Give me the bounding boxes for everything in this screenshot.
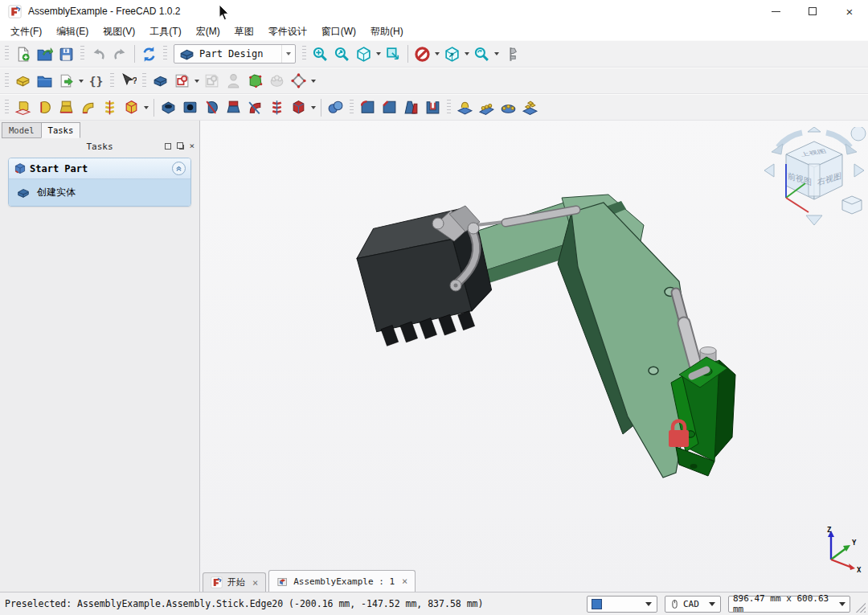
menu-item-7[interactable]: 窗口(W): [314, 23, 363, 40]
menu-item-5[interactable]: 草图: [227, 23, 261, 40]
model-bucket[interactable]: [343, 195, 510, 359]
expression-button[interactable]: {}: [85, 70, 107, 92]
assembly-doc-icon: [276, 576, 289, 588]
polar-pattern-button[interactable]: [497, 96, 519, 118]
collapse-section-button[interactable]: [172, 162, 186, 175]
toolbar-grip[interactable]: [350, 100, 354, 116]
new-file-button[interactable]: [12, 43, 34, 65]
dropdown-arrow-icon[interactable]: [193, 70, 201, 92]
additive-primitive-button[interactable]: [121, 96, 142, 118]
additive-loft-button[interactable]: [55, 96, 77, 118]
dropdown-arrow-icon[interactable]: [493, 43, 501, 65]
toolbar-grip[interactable]: [5, 46, 9, 62]
undo-button[interactable]: [88, 43, 109, 65]
workbench-selector[interactable]: Part Design: [174, 44, 296, 64]
close-button[interactable]: ×: [831, 0, 868, 23]
dock-close-icon[interactable]: ×: [189, 143, 194, 150]
group-button[interactable]: [34, 70, 55, 92]
thickness-button[interactable]: [422, 96, 444, 118]
dropdown-arrow-icon[interactable]: [142, 96, 150, 118]
map-sketch-button[interactable]: [244, 70, 266, 92]
subtractive-loft-button[interactable]: [223, 96, 244, 118]
navigation-cube[interactable]: 上视图 前视图 右视图: [762, 127, 866, 228]
zoom-tool-button[interactable]: [471, 43, 493, 65]
export-button[interactable]: [55, 70, 77, 92]
resize-grip[interactable]: [855, 602, 866, 613]
toolbar-grip[interactable]: [80, 46, 84, 62]
create-sketch-button[interactable]: [171, 70, 193, 92]
menu-item-0[interactable]: 文件(F): [3, 23, 49, 40]
viewport-3d[interactable]: 上视图 前视图 右视图: [200, 121, 868, 592]
menu-item-4[interactable]: 宏(M): [189, 23, 227, 40]
dropdown-arrow-icon[interactable]: [309, 96, 317, 118]
menu-item-8[interactable]: 帮助(H): [363, 23, 411, 40]
additive-pipe-button[interactable]: [77, 96, 99, 118]
save-button[interactable]: [55, 43, 77, 65]
maximize-button[interactable]: [794, 0, 831, 23]
navcube-mini-cube-icon[interactable]: [842, 196, 862, 214]
std-part-button[interactable]: [12, 70, 34, 92]
navigation-style-selector[interactable]: CAD: [665, 596, 721, 613]
document-tab-0[interactable]: 开始×: [203, 572, 266, 592]
whats-this-button[interactable]: ?: [117, 70, 139, 92]
dock-minimize-icon[interactable]: [165, 143, 171, 150]
toolbar-grip[interactable]: [5, 100, 9, 116]
hole-button[interactable]: [179, 96, 201, 118]
dock-float-icon[interactable]: [177, 142, 183, 149]
menu-item-3[interactable]: 工具(T): [142, 23, 188, 40]
view-select-button[interactable]: [383, 43, 404, 65]
tab-close-icon[interactable]: ×: [402, 576, 407, 587]
toolbar-grip[interactable]: [5, 73, 9, 89]
dropdown-arrow-icon[interactable]: [77, 70, 85, 92]
toolbar-grip[interactable]: [163, 46, 167, 62]
create-body-task-item[interactable]: 创建实体: [9, 179, 190, 206]
dropdown-arrow-icon[interactable]: [375, 43, 383, 65]
pocket-button[interactable]: [158, 96, 179, 118]
toolbar-grip[interactable]: [447, 100, 451, 116]
tab-tasks[interactable]: Tasks: [41, 122, 81, 138]
revolution-button[interactable]: [34, 96, 55, 118]
measure-button[interactable]: [501, 43, 522, 65]
start-part-header[interactable]: Start Part: [9, 158, 190, 179]
open-file-button[interactable]: [34, 43, 55, 65]
toolbar-grip[interactable]: [302, 46, 306, 62]
document-tab-1[interactable]: AssemblyExample : 1×: [268, 570, 416, 592]
subtractive-primitive-button[interactable]: [288, 96, 309, 118]
redo-button[interactable]: [109, 43, 131, 65]
refresh-button[interactable]: [138, 43, 160, 65]
tab-model[interactable]: Model: [2, 122, 42, 138]
create-body-button[interactable]: [149, 70, 171, 92]
linear-pattern-button[interactable]: [476, 96, 497, 118]
menu-item-1[interactable]: 编辑(E): [49, 23, 96, 40]
dimension-display[interactable]: 896.47 mm x 600.63 mm: [728, 596, 850, 613]
chamfer-button[interactable]: [379, 96, 400, 118]
draft-button[interactable]: [400, 96, 422, 118]
clipping-button[interactable]: [411, 43, 433, 65]
create-sketch-icon: [174, 72, 190, 89]
toolbar-grip[interactable]: [142, 73, 146, 89]
boolean-button[interactable]: [325, 96, 346, 118]
pad-button[interactable]: [12, 96, 34, 118]
zoom-selection-button[interactable]: [331, 43, 353, 65]
multitransform-button[interactable]: [519, 96, 541, 118]
draw-style-selector[interactable]: [587, 596, 657, 613]
toolbar-grip[interactable]: [110, 73, 114, 89]
dropdown-arrow-icon[interactable]: [463, 43, 471, 65]
view-cube-button[interactable]: [441, 43, 463, 65]
chevron-down-icon[interactable]: [281, 45, 295, 63]
tab-close-icon[interactable]: ×: [252, 577, 258, 588]
mirrored-button[interactable]: [454, 96, 476, 118]
additive-helix-button[interactable]: [99, 96, 121, 118]
minimize-button[interactable]: [757, 0, 794, 23]
groove-button[interactable]: [201, 96, 223, 118]
subtractive-helix-button[interactable]: [266, 96, 288, 118]
dropdown-arrow-icon[interactable]: [433, 43, 441, 65]
menu-item-2[interactable]: 视图(V): [96, 23, 142, 40]
fillet-button[interactable]: [357, 96, 379, 118]
menu-item-6[interactable]: 零件设计: [261, 23, 314, 40]
datum-button[interactable]: [288, 70, 309, 92]
dropdown-arrow-icon[interactable]: [309, 70, 317, 92]
zoom-fit-button[interactable]: [309, 43, 331, 65]
subtractive-pipe-button[interactable]: [244, 96, 266, 118]
view-isometric-button[interactable]: [353, 43, 375, 65]
